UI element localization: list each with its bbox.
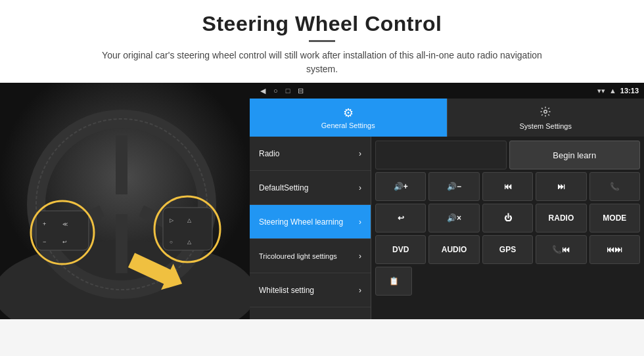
steering-arrow-icon: ›	[359, 217, 361, 227]
nav-home-icon[interactable]: ○	[273, 87, 278, 95]
tab-general[interactable]: ⚙ General Settings	[250, 99, 447, 137]
radio-ctrl-label: RADIO	[549, 213, 574, 223]
audio-label: AUDIO	[442, 245, 467, 254]
dvd-button[interactable]: DVD	[375, 235, 426, 264]
svg-text:≪: ≪	[62, 221, 68, 227]
radio-label: Radio	[259, 149, 279, 158]
tab-bar: ⚙ General Settings System Settings	[250, 99, 644, 137]
status-time: 13:13	[620, 87, 639, 95]
next-track-button[interactable]: ⏭	[536, 172, 586, 201]
ctrl-row-3: ↩ 🔊× ⏻ RADIO MODE	[375, 204, 640, 233]
svg-text:△: △	[187, 239, 192, 245]
menu-item-default[interactable]: DefaultSetting ›	[250, 171, 371, 205]
vol-up-button[interactable]: 🔊+	[375, 172, 426, 201]
control-panel: Begin learn 🔊+ 🔊− ⏮ ⏭	[371, 137, 644, 319]
android-ui: ◀ ○ □ ⊟ ▾▾ ▲ 13:13 ⚙ General Settings	[250, 83, 644, 319]
mode-button[interactable]: MODE	[589, 204, 640, 233]
begin-learn-button[interactable]: Begin learn	[509, 141, 641, 169]
back-icon: ↩	[398, 213, 404, 223]
general-settings-label: General Settings	[321, 122, 375, 129]
status-bar: ◀ ○ □ ⊟ ▾▾ ▲ 13:13	[250, 83, 644, 99]
gps-button[interactable]: GPS	[482, 235, 533, 264]
phone-prev-button[interactable]: 📞⏮	[536, 235, 586, 264]
ctrl-row-1: Begin learn	[375, 141, 640, 169]
list-button[interactable]: 📋	[375, 267, 412, 296]
content-area: + ≪ − ↩ ▷ △ ○ △	[0, 83, 644, 319]
menu-item-whitelist[interactable]: Whitelist setting ›	[250, 273, 371, 307]
main-content: Radio › DefaultSetting › Steering Wheel …	[250, 137, 644, 319]
menu-item-tricolour[interactable]: Tricoloured light settings ›	[250, 239, 371, 273]
radio-ctrl-button[interactable]: RADIO	[536, 204, 586, 233]
svg-text:↩: ↩	[62, 239, 67, 245]
svg-text:−: −	[43, 238, 46, 245]
radio-arrow-icon: ›	[359, 149, 361, 158]
audio-button[interactable]: AUDIO	[428, 235, 479, 264]
svg-point-22	[544, 110, 547, 113]
power-button[interactable]: ⏻	[482, 204, 533, 233]
steering-label: Steering Wheel learning	[259, 217, 343, 227]
whitelist-arrow-icon: ›	[359, 286, 361, 295]
nav-recent-icon[interactable]: □	[286, 87, 290, 95]
mute-button[interactable]: 🔊×	[428, 204, 479, 233]
phone-prev-icon: 📞⏮	[552, 245, 570, 254]
tab-system[interactable]: System Settings	[447, 99, 645, 137]
menu-item-radio[interactable]: Radio ›	[250, 137, 371, 171]
ctrl-row-5: 📋	[375, 267, 640, 296]
top-section: Steering Wheel Control Your original car…	[0, 0, 644, 83]
whitelist-label: Whitelist setting	[259, 286, 314, 295]
default-arrow-icon: ›	[359, 183, 361, 192]
nav-back-icon[interactable]: ◀	[260, 87, 265, 95]
mute-icon: 🔊×	[447, 213, 461, 223]
empty-slot-1	[375, 141, 507, 169]
nav-menu-icon[interactable]: ⊟	[298, 87, 304, 95]
system-settings-icon	[540, 106, 551, 121]
general-settings-icon: ⚙	[343, 106, 354, 120]
ctrl-row-4: DVD AUDIO GPS 📞⏮ ⏮⏭	[375, 235, 640, 264]
prev-next-button[interactable]: ⏮⏭	[589, 235, 640, 264]
back-button[interactable]: ↩	[375, 204, 426, 233]
svg-text:+: +	[43, 221, 46, 227]
subtitle-text: Your original car's steering wheel contr…	[99, 49, 545, 76]
mode-label: MODE	[603, 213, 626, 223]
phone-button[interactable]: 📞	[589, 172, 640, 201]
vol-down-button[interactable]: 🔊−	[428, 172, 479, 201]
vol-up-icon: 🔊+	[394, 182, 408, 191]
svg-text:△: △	[187, 217, 192, 223]
signal-icon: ▾▾	[597, 87, 605, 95]
vol-down-icon: 🔊−	[447, 182, 461, 191]
menu-item-steering[interactable]: Steering Wheel learning ›	[250, 205, 371, 239]
tricolour-label: Tricoloured light settings	[259, 252, 337, 260]
list-icon: 📋	[389, 277, 399, 286]
steering-wheel-image: + ≪ − ↩ ▷ △ ○ △	[0, 83, 250, 319]
tricolour-arrow-icon: ›	[359, 252, 361, 261]
title-divider	[309, 40, 335, 42]
menu-list: Radio › DefaultSetting › Steering Wheel …	[250, 137, 371, 319]
default-label: DefaultSetting	[259, 183, 308, 192]
prev-track-button[interactable]: ⏮	[482, 172, 533, 201]
phone-icon: 📞	[610, 182, 620, 191]
begin-learn-label: Begin learn	[553, 150, 596, 160]
power-icon: ⏻	[504, 213, 512, 223]
wifi-icon: ▲	[609, 87, 616, 95]
gps-label: GPS	[499, 245, 516, 254]
system-settings-label: System Settings	[520, 122, 572, 130]
prev-track-icon: ⏮	[504, 182, 512, 191]
ctrl-row-2: 🔊+ 🔊− ⏮ ⏭ 📞	[375, 172, 640, 201]
next-track-icon: ⏭	[557, 182, 565, 191]
prev-next-icon: ⏮⏭	[607, 245, 622, 254]
svg-text:○: ○	[170, 239, 173, 245]
page-title: Steering Wheel Control	[39, 12, 605, 36]
dvd-label: DVD	[392, 245, 409, 254]
svg-text:▷: ▷	[170, 217, 174, 223]
